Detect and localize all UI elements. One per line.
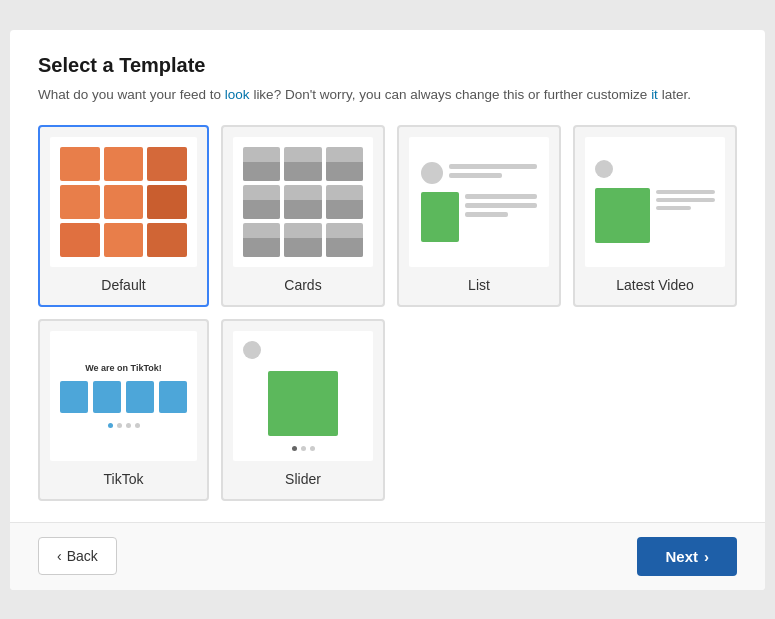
template-tiktok-label: TikTok <box>104 471 144 487</box>
template-tiktok[interactable]: We are on TikTok! <box>38 319 209 501</box>
select-template-modal: Select a Template What do you want your … <box>10 30 765 590</box>
look-link[interactable]: look <box>225 87 250 102</box>
default-cell <box>60 147 100 181</box>
card-cell <box>284 223 321 257</box>
template-default-label: Default <box>101 277 145 293</box>
sl-avatar <box>243 341 261 359</box>
tiktok-cell <box>126 381 154 413</box>
template-slider-label: Slider <box>285 471 321 487</box>
default-cell <box>147 147 187 181</box>
template-latest-video[interactable]: Latest Video <box>573 125 737 307</box>
cards-grid <box>233 137 373 267</box>
list-line <box>449 164 537 169</box>
list-row <box>421 162 537 184</box>
template-list-label: List <box>468 277 490 293</box>
slider-preview <box>233 331 373 461</box>
card-cell <box>243 147 280 181</box>
template-list[interactable]: List <box>397 125 561 307</box>
card-cell <box>284 147 321 181</box>
card-cell <box>326 223 363 257</box>
lv-cl-short <box>656 206 691 210</box>
lv-thumbnail <box>595 188 650 243</box>
list-preview <box>409 137 549 267</box>
card-cell <box>243 185 280 219</box>
list-row <box>421 192 537 242</box>
sl-dots <box>243 446 363 451</box>
template-cards[interactable]: Cards <box>221 125 385 307</box>
tiktok-preview: We are on TikTok! <box>50 331 197 461</box>
default-grid <box>50 137 197 267</box>
list-avatar <box>421 162 443 184</box>
card-cell <box>326 147 363 181</box>
back-button[interactable]: ‹ Back <box>38 537 117 575</box>
list-line-short <box>449 173 502 178</box>
list-thumbnail <box>421 192 459 242</box>
card-cell <box>284 185 321 219</box>
template-tiktok-preview: We are on TikTok! <box>50 331 197 461</box>
tiktok-cell <box>159 381 187 413</box>
it-link[interactable]: it <box>651 87 658 102</box>
sl-dot <box>301 446 306 451</box>
sl-thumbnail <box>268 371 338 436</box>
sl-dot <box>292 446 297 451</box>
list-line <box>465 194 537 199</box>
dot <box>108 423 113 428</box>
default-cell <box>104 185 144 219</box>
template-slider[interactable]: Slider <box>221 319 385 501</box>
list-line-short <box>465 212 508 217</box>
next-button[interactable]: Next › <box>637 537 737 576</box>
chevron-right-icon: › <box>704 548 709 565</box>
lv-content <box>656 188 715 243</box>
card-cell <box>326 185 363 219</box>
default-cell <box>104 147 144 181</box>
sl-header <box>243 341 363 359</box>
modal-body: Select a Template What do you want your … <box>10 30 765 522</box>
lv-main <box>595 188 715 243</box>
card-cell <box>243 223 280 257</box>
list-line <box>465 203 537 208</box>
lv-header <box>595 160 715 178</box>
modal-footer: ‹ Back Next › <box>10 522 765 590</box>
template-grid: Default Cards <box>38 125 737 501</box>
next-label: Next <box>665 548 698 565</box>
template-latest-video-preview <box>585 137 725 267</box>
latest-video-preview <box>585 137 725 267</box>
sl-dot <box>310 446 315 451</box>
dot <box>126 423 131 428</box>
lv-avatar <box>595 160 613 178</box>
template-slider-preview <box>233 331 373 461</box>
default-cell <box>147 223 187 257</box>
template-cards-label: Cards <box>284 277 321 293</box>
back-label: Back <box>67 548 98 564</box>
default-cell <box>104 223 144 257</box>
dot <box>135 423 140 428</box>
modal-title: Select a Template <box>38 54 737 77</box>
tiktok-dots <box>108 423 140 428</box>
template-default[interactable]: Default <box>38 125 209 307</box>
chevron-left-icon: ‹ <box>57 548 62 564</box>
tiktok-text: We are on TikTok! <box>85 363 162 373</box>
list-text <box>449 162 537 178</box>
tiktok-row <box>60 381 187 413</box>
modal-subtitle: What do you want your feed to look like?… <box>38 85 737 105</box>
default-cell <box>60 223 100 257</box>
tiktok-cell <box>60 381 88 413</box>
default-cell <box>147 185 187 219</box>
tiktok-cell <box>93 381 121 413</box>
lv-cl <box>656 198 715 202</box>
dot <box>117 423 122 428</box>
default-cell <box>60 185 100 219</box>
list-text <box>465 192 537 217</box>
template-default-preview <box>50 137 197 267</box>
template-cards-preview <box>233 137 373 267</box>
lv-cl <box>656 190 715 194</box>
template-list-preview <box>409 137 549 267</box>
template-latest-video-label: Latest Video <box>616 277 694 293</box>
